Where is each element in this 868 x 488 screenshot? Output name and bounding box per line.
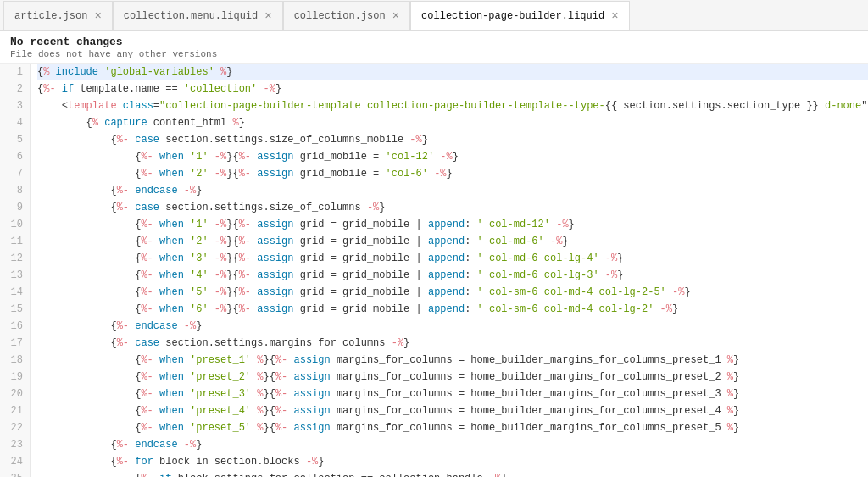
code-line-13: {%- when '4' -%}{%- assign grid = grid_m…: [37, 267, 868, 284]
line-num-19: 19: [0, 369, 30, 385]
code-content[interactable]: {% include 'global-variables' %} {%- if …: [31, 64, 868, 477]
line-num-4: 4: [0, 114, 30, 131]
line-num-20: 20: [0, 385, 30, 402]
line-num-1: 1: [0, 64, 30, 80]
code-line-24: {%- for block in section.blocks -%}: [37, 453, 868, 470]
line-num-25: 25: [0, 470, 30, 477]
line-num-23: 23: [0, 436, 30, 453]
code-line-8: {%- endcase -%}: [37, 182, 868, 199]
line-num-11: 11: [0, 233, 30, 250]
code-line-17: {%- case section.settings.margins_for_co…: [37, 335, 868, 352]
line-num-13: 13: [0, 267, 30, 284]
status-subtitle: File does not have any other versions: [10, 49, 858, 59]
line-num-2: 2: [0, 80, 30, 97]
tab-close-collection-page-builder-liquid[interactable]: ×: [609, 10, 620, 22]
code-line-15: {%- when '6' -%}{%- assign grid = grid_m…: [37, 301, 868, 318]
tab-label: collection.json: [294, 10, 386, 22]
line-num-21: 21: [0, 402, 30, 419]
code-line-4: {% capture content_html %}: [37, 114, 868, 131]
tab-collection-menu-liquid[interactable]: collection.menu.liquid ×: [113, 1, 283, 31]
code-line-5: {%- case section.settings.size_of_column…: [37, 131, 868, 148]
tab-bar: article.json × collection.menu.liquid × …: [0, 0, 868, 30]
code-line-1: {% include 'global-variables' %}: [37, 64, 868, 80]
code-line-6: {%- when '1' -%}{%- assign grid_mobile =…: [37, 148, 868, 165]
code-line-18: {%- when 'preset_1' %}{%- assign margins…: [37, 352, 868, 369]
line-numbers: 1 2 3 4 5 6 7 8 9 10 11 12 13 14 15 16 1…: [0, 64, 31, 477]
line-num-15: 15: [0, 301, 30, 318]
code-line-3: <template class="collection-page-builder…: [37, 97, 868, 114]
line-num-8: 8: [0, 182, 30, 199]
status-bar: No recent changes File does not have any…: [0, 30, 868, 64]
code-line-25: {%- if block.settings.for_collection == …: [37, 470, 868, 477]
line-num-7: 7: [0, 165, 30, 182]
code-line-14: {%- when '5' -%}{%- assign grid = grid_m…: [37, 284, 868, 301]
code-line-10: {%- when '1' -%}{%- assign grid = grid_m…: [37, 216, 868, 233]
code-line-22: {%- when 'preset_5' %}{%- assign margins…: [37, 419, 868, 436]
line-num-17: 17: [0, 335, 30, 352]
code-line-23: {%- endcase -%}: [37, 436, 868, 453]
tab-close-collection-menu-liquid[interactable]: ×: [263, 10, 273, 22]
tab-article-json[interactable]: article.json ×: [3, 1, 113, 31]
line-num-5: 5: [0, 131, 30, 148]
status-title: No recent changes: [10, 36, 858, 48]
tab-label: collection.menu.liquid: [124, 10, 258, 22]
line-num-12: 12: [0, 250, 30, 267]
line-num-16: 16: [0, 318, 30, 335]
line-num-24: 24: [0, 453, 30, 470]
line-num-9: 9: [0, 199, 30, 216]
code-line-21: {%- when 'preset_4' %}{%- assign margins…: [37, 402, 868, 419]
line-num-6: 6: [0, 148, 30, 165]
code-line-19: {%- when 'preset_2' %}{%- assign margins…: [37, 369, 868, 385]
code-line-16: {%- endcase -%}: [37, 318, 868, 335]
line-num-3: 3: [0, 97, 30, 114]
line-num-22: 22: [0, 419, 30, 436]
code-line-2: {%- if template.name == 'collection' -%}: [37, 80, 868, 97]
tab-label: collection-page-builder.liquid: [421, 10, 604, 22]
line-num-10: 10: [0, 216, 30, 233]
code-line-20: {%- when 'preset_3' %}{%- assign margins…: [37, 385, 868, 402]
line-num-14: 14: [0, 284, 30, 301]
tab-collection-page-builder-liquid[interactable]: collection-page-builder.liquid ×: [410, 1, 629, 31]
code-line-12: {%- when '3' -%}{%- assign grid = grid_m…: [37, 250, 868, 267]
tab-label: article.json: [14, 10, 87, 22]
code-editor[interactable]: 1 2 3 4 5 6 7 8 9 10 11 12 13 14 15 16 1…: [0, 64, 868, 477]
code-line-9: {%- case section.settings.size_of_column…: [37, 199, 868, 216]
tab-close-collection-json[interactable]: ×: [391, 10, 401, 22]
tab-collection-json[interactable]: collection.json ×: [283, 1, 410, 31]
line-num-18: 18: [0, 352, 30, 369]
code-line-11: {%- when '2' -%}{%- assign grid = grid_m…: [37, 233, 868, 250]
code-line-7: {%- when '2' -%}{%- assign grid_mobile =…: [37, 165, 868, 182]
tab-close-article-json[interactable]: ×: [92, 10, 103, 22]
